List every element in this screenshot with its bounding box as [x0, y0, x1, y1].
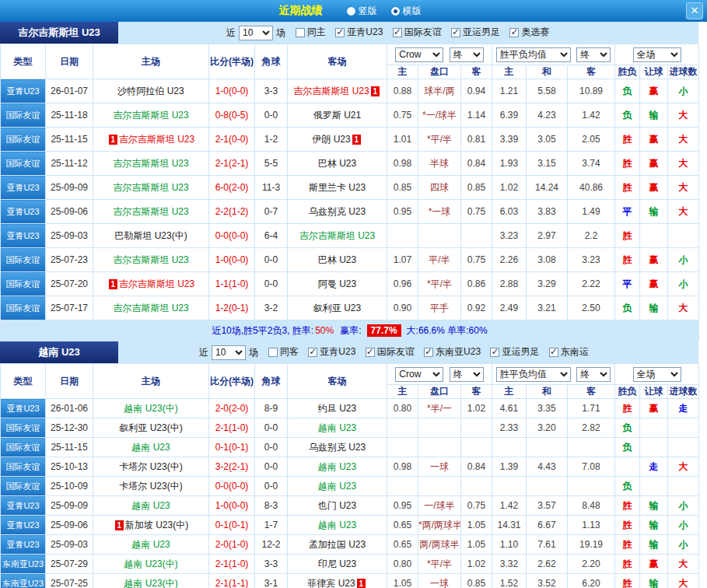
avg-home-odds: [492, 477, 527, 496]
avg-odds-select[interactable]: 胜平负均值: [496, 47, 571, 62]
filter-checkbox[interactable]: 亚青U23: [335, 26, 383, 39]
handicap-result-badge: 输: [640, 496, 668, 516]
match-score: 0-1(0-1): [209, 516, 255, 535]
filter-label: 东南亚U23: [436, 345, 481, 359]
match-type: 国际友谊: [1, 296, 46, 320]
avg-draw-odds: 3.21: [527, 296, 568, 320]
match-row: 亚青U23 25-09-06 1新加坡 U23(中) 0-1(0-1) 1-7 …: [1, 516, 699, 535]
handicap-result-badge: [640, 224, 668, 248]
matches-table-kyrgyzstan: 类型 日期 主场 比分(半场) 角球 客场 Crow 终 胜平负均值 终 全场 …: [0, 44, 699, 341]
match-type: 国际友谊: [1, 128, 46, 152]
filter-checkbox[interactable]: 国际友谊: [366, 345, 415, 359]
avg-home-odds: 14.31: [492, 516, 527, 535]
filter-checkbox-group: 同主 亚青U23 国际友谊 亚运男足: [289, 26, 549, 40]
match-date: 25-12-30: [46, 418, 93, 438]
odds-stage-select[interactable]: 终: [450, 367, 484, 382]
handicap-away-odds: 0.75: [461, 496, 492, 516]
checkbox-icon: [308, 348, 317, 357]
odds-company-select[interactable]: Crow: [395, 47, 443, 62]
corner-score: 5-5: [255, 152, 288, 176]
corner-score: 0-0: [255, 248, 288, 272]
match-count-select[interactable]: 10: [239, 26, 273, 40]
handicap-result-badge: 输: [640, 296, 668, 320]
match-type: 国际友谊: [1, 418, 46, 438]
filter-checkbox[interactable]: 同主: [296, 26, 326, 39]
red-card-badge: 1: [115, 520, 124, 530]
filter-checkbox[interactable]: 东南亚U23: [424, 345, 481, 359]
avg-home-odds: 1.39: [492, 457, 527, 477]
filter-checkbox[interactable]: 亚运男足: [451, 26, 500, 39]
result-badge: 负: [615, 79, 640, 103]
checkbox-icon: [490, 348, 499, 357]
checkbox-icon: [509, 28, 519, 37]
summary-win-rate: 50%: [315, 325, 334, 336]
corner-score: 1-2: [255, 128, 288, 152]
layout-vertical-label: 竖版: [359, 5, 377, 18]
handicap-line: *平/半: [418, 128, 461, 152]
match-row: 国际友谊 25-07-17 吉尔吉斯斯坦 U23 1-2(0-1) 3-2 叙利…: [1, 296, 699, 320]
close-icon[interactable]: ✕: [686, 2, 703, 19]
match-date: 25-09-09: [46, 176, 93, 200]
filter-checkbox[interactable]: 国际友谊: [393, 26, 442, 39]
filter-checkbox[interactable]: 奥选赛: [509, 26, 549, 39]
radio-selected-icon: [391, 7, 400, 16]
avg-stage-select[interactable]: 终: [576, 47, 611, 62]
col-handicap-result: 让球: [640, 385, 668, 399]
games-label: 场: [249, 346, 258, 359]
avg-stage-select[interactable]: 终: [576, 367, 611, 382]
avg-header-cell: 胜平负均值 终: [492, 44, 615, 65]
match-row: 亚青U23 26-01-06 越南 U23(中) 2-0(2-0) 8-9 约旦…: [1, 399, 699, 418]
match-type: 亚青U23: [1, 200, 46, 224]
match-date: 26-01-06: [46, 399, 93, 418]
match-type: 亚青U23: [1, 224, 46, 248]
corner-score: 8-9: [255, 399, 288, 418]
match-count-select[interactable]: 10: [212, 345, 246, 360]
avg-home-odds: [492, 438, 527, 457]
handicap-result-badge: 赢: [640, 176, 668, 200]
match-score: 0-1(0-1): [209, 438, 255, 457]
handicap-line: *平/半: [418, 555, 461, 574]
col-corner: 角球: [255, 364, 288, 399]
odds-header-cell: Crow 终: [387, 44, 492, 65]
avg-home-odds: 1.93: [492, 152, 527, 176]
layout-horizontal-radio[interactable]: 横版: [391, 5, 422, 18]
avg-header-cell: 胜平负均值 终: [492, 364, 615, 385]
home-team: 巴勒斯坦 U23(中): [93, 224, 209, 248]
filter-checkbox[interactable]: 东南运: [549, 345, 589, 359]
home-team: 吉尔吉斯斯坦 U23: [93, 152, 209, 176]
handicap-result-badge: 输: [640, 535, 668, 555]
filter-label: 国际友谊: [404, 26, 442, 39]
filter-checkbox[interactable]: 亚运男足: [490, 345, 539, 359]
summary-handicap-label: 赢率:: [340, 325, 361, 336]
filter-checkbox[interactable]: 同客: [268, 345, 299, 359]
avg-draw-odds: 6.67: [527, 516, 568, 535]
match-score: 2-1(1-0): [209, 418, 255, 438]
avg-draw-odds: 3.05: [527, 128, 568, 152]
handicap-home-odds: 0.80: [387, 399, 418, 418]
avg-odds-select[interactable]: 胜平负均值: [496, 367, 571, 382]
filter-checkbox[interactable]: 亚青U23: [308, 345, 355, 359]
col-goals-result: 进球数: [668, 65, 699, 79]
match-score: 2-1(0-0): [209, 128, 255, 152]
handicap-line: 球半/两: [418, 79, 461, 103]
match-date: 25-07-29: [46, 555, 93, 574]
odds-stage-select[interactable]: 终: [450, 47, 484, 62]
handicap-result-badge: 赢: [640, 128, 668, 152]
avg-draw-odds: 4.43: [527, 457, 568, 477]
layout-vertical-radio[interactable]: 竖版: [347, 5, 377, 18]
match-score: 2-2(1-2): [209, 200, 255, 224]
fullmatch-select[interactable]: 全场: [633, 47, 681, 62]
filter-label: 亚运男足: [502, 345, 539, 359]
match-type: 东南亚U23: [1, 574, 46, 588]
away-team: 菲律宾 U231: [288, 574, 387, 588]
avg-home-odds: 2.88: [492, 272, 527, 296]
corner-score: 3-3: [255, 555, 288, 574]
avg-away-odds: 6.20: [568, 574, 615, 588]
handicap-result-badge: [640, 418, 668, 438]
handicap-home-odds: 1.05: [387, 574, 418, 588]
odds-company-select[interactable]: Crow: [395, 367, 443, 382]
col-odds-home: 主: [387, 385, 418, 399]
corner-score: 1-7: [255, 516, 288, 535]
col-type: 类型: [1, 364, 46, 399]
fullmatch-select[interactable]: 全场: [633, 367, 681, 382]
